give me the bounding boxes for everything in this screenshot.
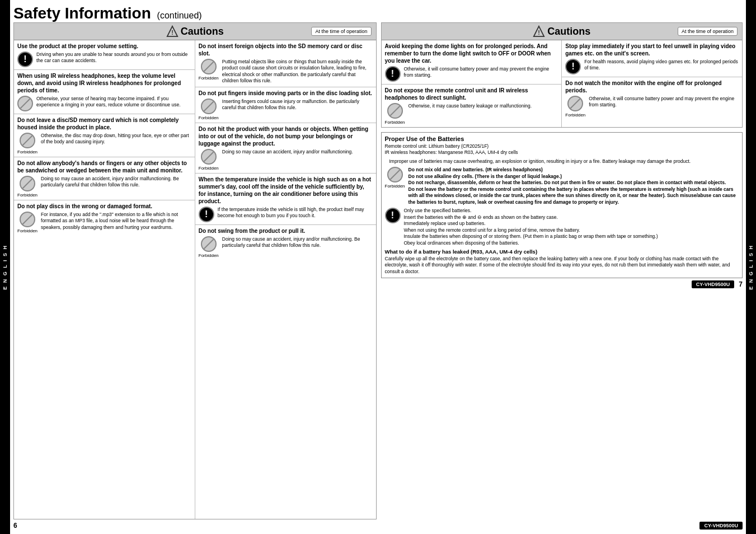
section-wrong-disc: Do not play discs in the wrong or damage… xyxy=(14,200,195,236)
forbidden-icon-ir xyxy=(17,96,33,111)
forbidden-icon-foreign xyxy=(201,59,217,74)
section-volume: Use the product at the proper volume set… xyxy=(14,40,195,70)
left-footer: 6 CY-VHD9500U xyxy=(13,522,743,530)
svg-text:!: ! xyxy=(538,29,540,36)
svg-text:!: ! xyxy=(171,29,173,36)
page-title: Safety Information (continued) xyxy=(13,4,743,22)
section-hands-fingers: Do not allow anybody's hands or fingers … xyxy=(14,157,195,200)
section-swing: Do not swing from the product or pull it… xyxy=(195,225,376,260)
forbidden-icon-wrongdisc xyxy=(20,212,35,227)
section-disc-sd: Do not leave a disc/SD memory card which… xyxy=(14,114,195,157)
section-hit-product: Do not hit the product with your hands o… xyxy=(195,123,376,174)
section-foreign-objects: Do not insert foreign objects into the S… xyxy=(195,40,376,87)
left-caution-badge: At the time of operation xyxy=(311,27,371,36)
exclamation-icon-dome: ! xyxy=(385,66,401,82)
forbidden-icon-engine xyxy=(567,96,583,111)
left-side-tab: E N G L I S H xyxy=(0,0,10,534)
right-model-badge: CY-VHD9500U xyxy=(692,280,735,288)
right-caution-icon: ! xyxy=(533,25,545,38)
forbidden-icon-battery xyxy=(387,167,403,182)
left-model-badge: CY-VHD9500U xyxy=(699,522,743,530)
forbidden-icon-hit xyxy=(201,149,217,165)
what-to-do-section: What to do if a battery has leaked (R03,… xyxy=(385,249,739,275)
forbidden-icon-sunlight xyxy=(387,103,403,119)
battery-forbidden-row: Improper use of batteries may cause over… xyxy=(385,158,739,165)
section-temperature: When the temperature inside the vehicle … xyxy=(195,174,376,225)
batteries-section: Proper Use of the Batteries Remote contr… xyxy=(381,132,743,278)
exclamation-icon-stopplay: ! xyxy=(565,59,581,74)
page-num-right: 7 xyxy=(739,280,743,288)
section-dome-lights: Avoid keeping the dome lights on for pro… xyxy=(382,40,562,85)
section-remote-sunlight: Do not expose the remote control unit an… xyxy=(382,85,562,127)
left-caution-header: ! Cautions At the time of operation xyxy=(14,23,376,40)
forbidden-icon-hands xyxy=(20,176,35,191)
right-side-tab: E N G L I S H xyxy=(746,0,756,534)
batteries-title: Proper Use of the Batteries xyxy=(385,135,739,142)
right-footer: CY-VHD9500U 7 xyxy=(381,280,743,288)
exclamation-icon-temp: ! xyxy=(199,207,214,222)
section-engine-off: Do not watch the monitor with the engine… xyxy=(562,77,742,120)
exclamation-icon-battery: ! xyxy=(385,208,401,223)
section-ir-headphones: When using IR wireless headphones, keep … xyxy=(14,70,195,114)
right-caution-header: ! Cautions At the time of operation xyxy=(382,23,743,40)
page-num-left: 6 xyxy=(13,522,17,530)
exclamation-icon-volume: ! xyxy=(17,51,33,67)
side-tab-label: E N G L I S H xyxy=(2,245,8,290)
section-fingers-moving: Do not put fingers inside moving parts o… xyxy=(195,87,376,123)
batteries-intro: Remote control unit: Lithium battery (CR… xyxy=(385,143,739,156)
forbidden-icon-disc xyxy=(20,133,35,148)
section-stop-play: Stop play immediately if you start to fe… xyxy=(562,40,742,77)
right-side-tab-label: E N G L I S H xyxy=(748,245,754,290)
forbidden-icon-swing xyxy=(201,236,217,252)
right-caution-badge: At the time of operation xyxy=(678,27,738,36)
forbidden-icon-fingers xyxy=(201,99,217,114)
left-caution-icon: ! xyxy=(166,25,179,38)
